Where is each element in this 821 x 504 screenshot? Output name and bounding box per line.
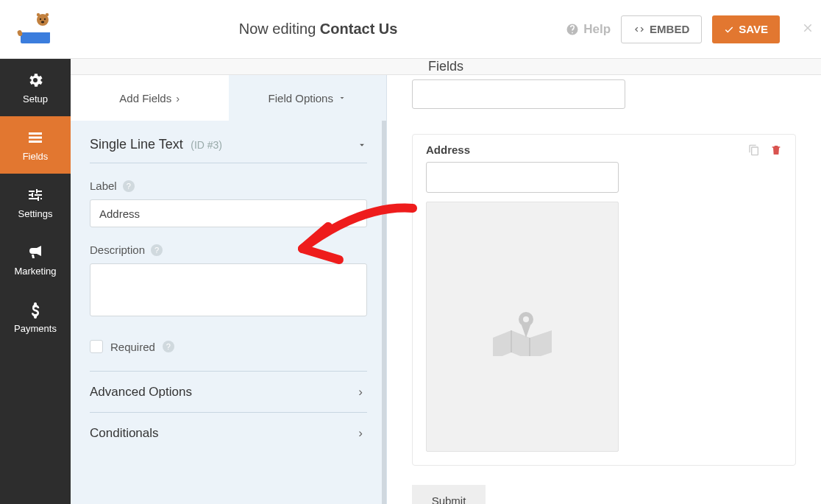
submit-label: Submit — [432, 494, 466, 505]
center-column: Fields Add Fields › Field Options — [71, 59, 821, 504]
form-name: Contact Us — [320, 21, 398, 37]
gear-icon — [26, 71, 44, 89]
app-logo — [0, 13, 71, 46]
rail-label: Settings — [18, 208, 53, 219]
label-caption: Label ? — [90, 180, 367, 192]
check-icon — [724, 24, 734, 35]
label-text: Label — [90, 180, 117, 192]
description-input[interactable] — [90, 263, 367, 316]
svg-point-8 — [46, 13, 49, 15]
top-bar: Now editing Contact Us Help EMBED SAVE — [0, 0, 821, 59]
svg-point-6 — [41, 21, 44, 23]
trash-icon[interactable] — [770, 144, 782, 156]
svg-point-5 — [44, 18, 46, 19]
tab-add-fields[interactable]: Add Fields › — [71, 75, 229, 121]
address-field-label: Address — [426, 143, 470, 156]
help-link[interactable]: Help — [566, 22, 611, 37]
rail-label: Marketing — [14, 266, 56, 277]
rail-item-settings[interactable]: Settings — [0, 174, 71, 231]
accordion-label: Conditionals — [90, 426, 159, 441]
chevron-down-icon — [338, 93, 346, 102]
address-text-input[interactable] — [426, 162, 619, 193]
panel-body: Single Line Text (ID #3) Label ? — [71, 121, 386, 454]
svg-point-11 — [523, 316, 529, 322]
tab-field-options[interactable]: Field Options — [229, 75, 387, 121]
submit-button[interactable]: Submit — [412, 485, 486, 504]
workspace: Add Fields › Field Options Single Line T… — [71, 75, 821, 504]
rail-item-marketing[interactable]: Marketing — [0, 231, 71, 288]
close-icon — [801, 21, 814, 35]
save-button[interactable]: SAVE — [712, 15, 780, 43]
code-icon — [633, 24, 645, 35]
editing-prefix: Now editing — [239, 21, 320, 37]
svg-rect-2 — [21, 32, 50, 35]
field-id-label: (ID #3) — [191, 139, 222, 151]
sliders-icon — [26, 186, 44, 204]
tab-label: Add Fields — [119, 92, 171, 104]
scrollbar[interactable] — [382, 121, 386, 504]
tab-label: Field Options — [269, 92, 333, 104]
options-panel: Add Fields › Field Options Single Line T… — [71, 75, 387, 504]
embed-button[interactable]: EMBED — [621, 15, 702, 43]
field-heading[interactable]: Single Line Text (ID #3) — [90, 137, 367, 163]
accordion-advanced[interactable]: Advanced Options › — [90, 372, 367, 413]
help-icon[interactable]: ? — [163, 341, 174, 352]
preview-address-card[interactable]: Address — [412, 134, 796, 466]
embed-label: EMBED — [650, 23, 689, 35]
required-checkbox[interactable] — [90, 340, 103, 353]
group-label: Label ? — [90, 180, 367, 227]
help-label: Help — [583, 22, 611, 37]
section-title: Fields — [428, 59, 463, 74]
panel-tabs: Add Fields › Field Options — [71, 75, 386, 121]
address-card-actions — [748, 144, 782, 156]
rail-label: Payments — [14, 323, 57, 334]
left-rail: Setup Fields Settings Marketing Payments — [0, 59, 71, 504]
map-placeholder — [426, 202, 619, 452]
svg-point-7 — [37, 13, 40, 15]
chevron-right-icon: › — [358, 385, 363, 400]
rail-label: Fields — [23, 151, 49, 162]
megaphone-icon — [26, 244, 44, 261]
required-row[interactable]: Required ? — [90, 340, 367, 372]
chevron-down-icon — [357, 140, 367, 150]
map-pin-icon — [489, 297, 555, 356]
rail-item-payments[interactable]: Payments — [0, 288, 71, 346]
close-button[interactable] — [795, 21, 821, 38]
chevron-right-icon: › — [176, 92, 180, 104]
required-label: Required — [110, 341, 155, 353]
page-title: Now editing Contact Us — [71, 21, 566, 38]
accordion-conditionals[interactable]: Conditionals › — [90, 413, 367, 454]
top-actions: Help EMBED SAVE — [566, 15, 795, 43]
main: Setup Fields Settings Marketing Payments… — [0, 59, 821, 504]
dollar-icon — [26, 301, 44, 319]
description-text: Description — [90, 244, 145, 256]
help-icon[interactable]: ? — [123, 180, 135, 192]
list-icon — [26, 129, 44, 146]
group-description: Description ? — [90, 244, 367, 319]
preview-prev-field[interactable] — [412, 79, 625, 109]
preview-pane: Address — [387, 75, 821, 504]
rail-label: Setup — [23, 93, 48, 104]
accordion-label: Advanced Options — [90, 385, 192, 400]
save-label: SAVE — [739, 23, 768, 35]
field-type-label: Single Line Text — [90, 137, 183, 152]
rail-item-fields[interactable]: Fields — [0, 116, 71, 174]
address-card-header: Address — [426, 143, 782, 156]
description-caption: Description ? — [90, 244, 367, 256]
chevron-right-icon: › — [358, 426, 363, 441]
svg-point-4 — [40, 18, 41, 19]
help-icon — [566, 23, 579, 36]
help-icon[interactable]: ? — [151, 244, 163, 256]
label-input[interactable] — [90, 199, 367, 227]
svg-rect-1 — [21, 27, 50, 32]
rail-item-setup[interactable]: Setup — [0, 59, 71, 116]
duplicate-icon[interactable] — [748, 144, 760, 156]
section-header: Fields — [71, 59, 821, 75]
